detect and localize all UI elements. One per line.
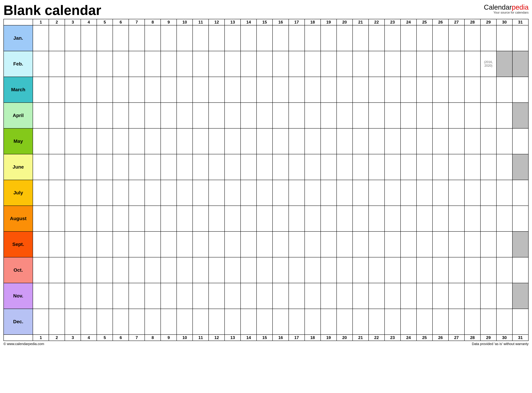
day-cell	[193, 51, 209, 77]
day-cell	[97, 309, 113, 334]
day-cell	[225, 77, 241, 103]
day-cell	[353, 77, 369, 103]
day-cell	[33, 128, 49, 154]
day-cell	[385, 180, 400, 206]
day-footer: 15	[257, 334, 273, 341]
day-cell	[416, 257, 433, 283]
day-cell	[33, 206, 49, 231]
day-footer: 19	[321, 334, 337, 341]
day-cell	[321, 231, 337, 257]
day-cell	[257, 309, 273, 334]
day-footer: 17	[289, 334, 305, 341]
day-cell	[337, 51, 353, 77]
day-cell	[129, 51, 145, 77]
day-cell	[273, 77, 288, 103]
day-cell	[305, 231, 321, 257]
day-cell	[433, 206, 449, 231]
day-cell	[400, 128, 416, 154]
day-cell	[353, 25, 369, 51]
day-cell	[512, 231, 528, 257]
calendar-table: 1234567891011121314151617181920212223242…	[3, 19, 529, 341]
day-cell	[33, 180, 49, 206]
day-cell	[113, 283, 129, 309]
day-footer: 14	[241, 334, 257, 341]
day-cell	[449, 25, 464, 51]
day-cell	[81, 154, 97, 180]
day-cell	[480, 309, 496, 334]
day-cell	[512, 25, 528, 51]
day-cell	[225, 180, 241, 206]
day-cell	[257, 25, 273, 51]
day-cell	[193, 25, 209, 51]
day-cell	[65, 257, 81, 283]
day-cell	[209, 51, 225, 77]
day-cell	[369, 25, 385, 51]
day-cell	[464, 206, 480, 231]
day-cell	[81, 77, 97, 103]
day-cell	[177, 103, 193, 128]
day-cell	[65, 206, 81, 231]
day-cell	[321, 283, 337, 309]
day-footer: 2	[49, 334, 65, 341]
day-footer: 7	[129, 334, 145, 341]
day-cell	[241, 283, 257, 309]
day-cell	[321, 309, 337, 334]
day-cell	[369, 51, 385, 77]
day-cell	[480, 180, 496, 206]
month-label-cell: March	[4, 77, 33, 103]
day-cell	[464, 257, 480, 283]
day-cell	[273, 206, 288, 231]
day-footer: 8	[145, 334, 161, 341]
day-header: 17	[289, 19, 305, 25]
day-cell	[464, 154, 480, 180]
day-header: 30	[496, 19, 512, 25]
day-cell	[81, 257, 97, 283]
day-cell	[512, 283, 528, 309]
day-cell	[209, 206, 225, 231]
day-cell	[177, 51, 193, 77]
month-row: March	[4, 77, 528, 103]
day-cell	[416, 128, 433, 154]
day-cell	[33, 283, 49, 309]
day-cell	[241, 154, 257, 180]
day-cell	[97, 51, 113, 77]
day-cell	[49, 206, 65, 231]
day-cell	[496, 25, 512, 51]
day-cell	[496, 206, 512, 231]
day-cell	[464, 309, 480, 334]
day-cell	[289, 283, 305, 309]
day-cell	[369, 77, 385, 103]
day-cell	[209, 128, 225, 154]
day-header: 12	[209, 19, 225, 25]
day-cell	[385, 154, 400, 180]
month-label-cell: Dec.	[4, 309, 33, 334]
day-cell	[81, 206, 97, 231]
day-footer: 23	[385, 334, 400, 341]
day-cell	[289, 103, 305, 128]
day-header: 15	[257, 19, 273, 25]
day-cell	[49, 154, 65, 180]
day-cell	[129, 128, 145, 154]
day-cell	[305, 51, 321, 77]
day-cell	[512, 257, 528, 283]
day-cell	[161, 309, 177, 334]
day-cell	[400, 51, 416, 77]
day-cell	[145, 309, 161, 334]
day-cell	[449, 231, 464, 257]
day-cell	[512, 77, 528, 103]
month-row: Oct.	[4, 257, 528, 283]
day-cell	[369, 257, 385, 283]
day-cell	[321, 180, 337, 206]
day-cell	[241, 231, 257, 257]
day-cell	[321, 206, 337, 231]
day-cell	[33, 77, 49, 103]
day-header: 25	[416, 19, 433, 25]
month-label-cell: Sept.	[4, 231, 33, 257]
footer-disclaimer: Data provided 'as is' without warranty	[472, 342, 529, 346]
day-header: 10	[177, 19, 193, 25]
day-cell	[225, 154, 241, 180]
day-header: 11	[193, 19, 209, 25]
day-cell	[400, 309, 416, 334]
day-cell	[65, 283, 81, 309]
day-cell	[129, 154, 145, 180]
